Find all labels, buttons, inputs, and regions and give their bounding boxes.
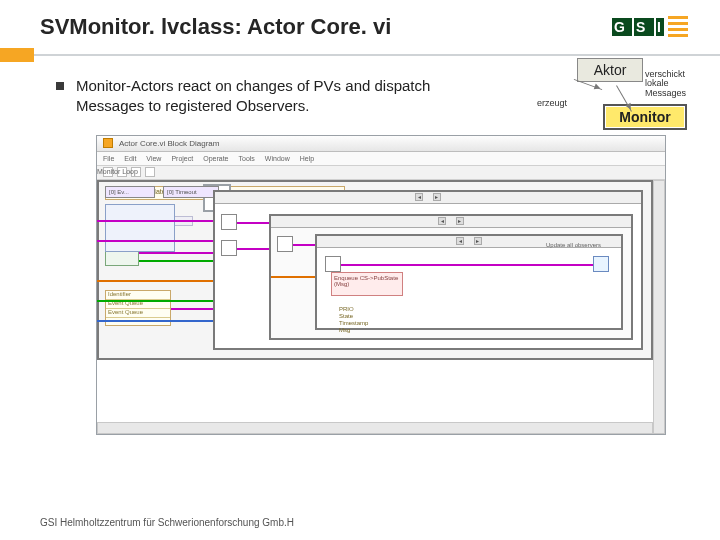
subvi-node <box>593 256 609 272</box>
subvi-node <box>325 256 341 272</box>
bullet-item: Monitor-Actors react on changes of PVs a… <box>56 76 486 117</box>
next-case-button[interactable]: ▸ <box>474 237 482 245</box>
menu-item[interactable]: Help <box>300 155 314 162</box>
accent-block <box>0 48 34 62</box>
wire <box>171 308 217 310</box>
label: Msg <box>339 327 368 334</box>
observer-label: Update all observers <box>546 242 601 248</box>
svg-text:G: G <box>614 19 625 35</box>
menu-item[interactable]: Window <box>265 155 290 162</box>
next-case-button[interactable]: ▸ <box>456 217 464 225</box>
wire <box>293 244 315 246</box>
case-bar[interactable]: ◂ ▸ <box>271 216 631 228</box>
bundle-row: Event Queue <box>106 309 170 318</box>
vi-icon <box>103 138 113 148</box>
page-title: SVMonitor. lvclass: Actor Core. vi <box>40 14 391 40</box>
toolbar[interactable] <box>97 166 665 180</box>
timeout-case-selector[interactable]: [0] Timeout <box>163 186 219 198</box>
wire <box>139 260 217 262</box>
case-label <box>427 194 429 200</box>
bullet-text: Monitor-Actors react on changes of PVs a… <box>76 76 486 117</box>
block-diagram-canvas[interactable]: [Use VM template in SVMonitor ...] CS->S… <box>97 180 653 422</box>
prev-case-button[interactable]: ◂ <box>415 193 423 201</box>
bundle-labels: PRIO State Timestamp Msg <box>339 306 368 335</box>
cluster-node <box>105 204 175 252</box>
wire <box>97 220 213 222</box>
tunnel-icon <box>277 236 293 252</box>
label: PRIO <box>339 306 368 313</box>
tunnel-icon <box>221 214 237 230</box>
inner-case-structure: ◂ ▸ Update all observers Enqueue CS->Pub… <box>315 234 623 330</box>
wire <box>237 248 269 250</box>
svg-rect-6 <box>668 34 688 37</box>
case-label <box>450 218 452 224</box>
divider-line <box>34 54 720 56</box>
wire <box>97 280 213 282</box>
monitor-box: Monitor <box>603 104 687 130</box>
prev-case-button[interactable]: ◂ <box>438 217 446 225</box>
labview-window: Actor Core.vi Block Diagram File Edit Vi… <box>96 135 666 435</box>
label-erzeugt: erzeugt <box>537 98 567 108</box>
svg-rect-3 <box>668 16 688 19</box>
menu-item[interactable]: Project <box>171 155 193 162</box>
actor-diagram-thumb: Aktor erzeugt verschickt lokale Messages… <box>537 58 702 130</box>
wire <box>341 264 593 266</box>
case-label <box>468 238 470 244</box>
menu-item[interactable]: Edit <box>124 155 136 162</box>
label: State <box>339 313 368 320</box>
menu-item[interactable]: Tools <box>238 155 254 162</box>
svg-text:I: I <box>657 19 661 35</box>
pause-button[interactable] <box>145 167 155 177</box>
label: Timestamp <box>339 320 368 327</box>
window-titlebar[interactable]: Actor Core.vi Block Diagram <box>97 136 665 152</box>
prev-case-button[interactable]: ◂ <box>456 237 464 245</box>
wire <box>271 276 315 278</box>
gsi-logo: G S I <box>612 12 690 42</box>
case-structure: ◂ ▸ ◂ ▸ Up <box>269 214 633 340</box>
loop-label: Monitor Loop <box>97 168 138 175</box>
menu-item[interactable]: View <box>146 155 161 162</box>
menu-item[interactable]: File <box>103 155 114 162</box>
wire <box>97 300 213 302</box>
while-loop: Monitor Loop [0] Ev... [0] Timeout ◂ ▸ <box>97 180 653 360</box>
label-verschickt: verschickt lokale Messages <box>645 70 705 98</box>
next-case-button[interactable]: ▸ <box>433 193 441 201</box>
menu-item[interactable]: Operate <box>203 155 228 162</box>
wire <box>237 222 269 224</box>
bullet-icon <box>56 82 64 90</box>
bundle-row: Identifier <box>106 291 170 300</box>
enqueue-node: Enqueue CS->PubState (Msg) <box>331 272 403 296</box>
menu-bar[interactable]: File Edit View Project Operate Tools Win… <box>97 152 665 166</box>
svg-rect-5 <box>668 28 688 31</box>
tunnel-icon <box>221 240 237 256</box>
svg-text:S: S <box>636 19 645 35</box>
case-bar[interactable]: ◂ ▸ <box>215 192 641 204</box>
wire <box>97 320 213 322</box>
event-structure: ◂ ▸ ◂ ▸ <box>213 190 643 350</box>
wire <box>139 252 217 254</box>
footer-text: GSI Helmholtzzentrum für Schwerionenfors… <box>40 517 294 528</box>
scrollbar-vertical[interactable] <box>653 180 665 434</box>
svg-rect-4 <box>668 22 688 25</box>
event-case-selector[interactable]: [0] Ev... <box>105 186 155 198</box>
aktor-box: Aktor <box>577 58 643 82</box>
scrollbar-horizontal[interactable] <box>97 422 653 434</box>
wire <box>97 240 213 242</box>
window-title: Actor Core.vi Block Diagram <box>119 139 219 148</box>
